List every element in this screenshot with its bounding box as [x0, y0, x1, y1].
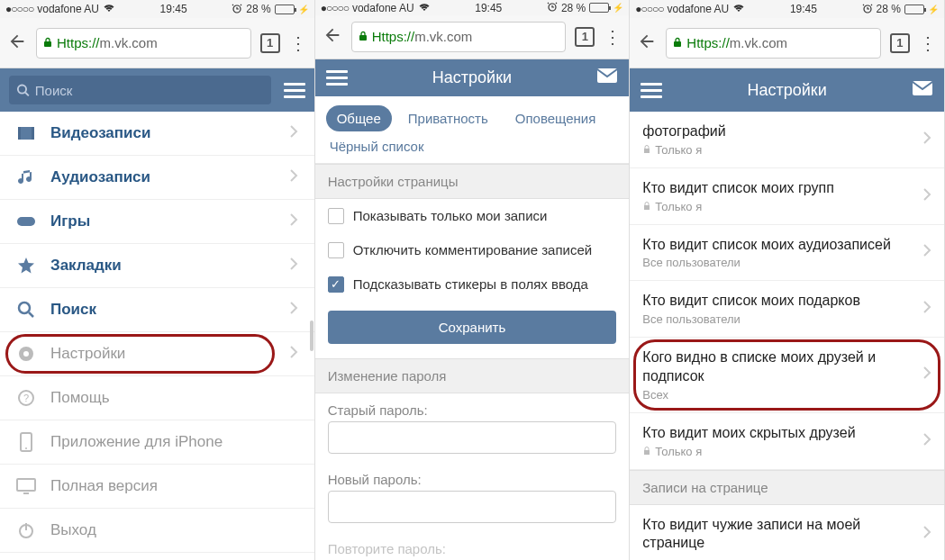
save-button[interactable]: Сохранить — [328, 311, 617, 344]
svg-text:?: ? — [23, 393, 29, 403]
carrier-label: vodafone AU — [37, 3, 99, 15]
carrier-label: vodafone AU — [668, 3, 730, 15]
charging-icon: ⚡ — [298, 5, 309, 14]
highlight-settings — [5, 334, 275, 374]
hamburger-icon[interactable] — [284, 83, 305, 98]
menu-item-video[interactable]: Видеозаписи — [0, 112, 314, 156]
url-text: Https://m.vk.com — [57, 35, 158, 50]
panel-settings: ●○○○○ vodafone AU 19:45 28 % ⚡ Https://m… — [315, 0, 631, 560]
menu-item-search[interactable]: Поиск — [0, 288, 314, 332]
battery-pct: 28 % — [561, 2, 586, 14]
page-title: Настройки — [348, 68, 597, 87]
svg-point-7 — [19, 303, 30, 313]
svg-rect-22 — [644, 149, 650, 153]
input-new-password[interactable] — [328, 491, 617, 523]
check-only-mine[interactable]: Показывать только мои записи — [315, 199, 630, 233]
charging-icon: ⚡ — [613, 3, 623, 13]
menu-item-bookmarks[interactable]: Закладки — [0, 244, 314, 288]
battery-pct: 28 % — [877, 3, 901, 15]
address-bar[interactable]: Https://m.vk.com — [351, 22, 567, 52]
menu-list: Видеозаписи Аудиозаписи Игры Закладки По… — [0, 112, 314, 560]
address-bar[interactable]: Https://m.vk.com — [666, 28, 881, 59]
chevron-right-icon — [289, 301, 298, 319]
label-repeat-password: Повторите пароль: — [315, 532, 630, 560]
tabs-button[interactable]: 1 — [575, 27, 595, 47]
search-icon — [16, 301, 36, 319]
menu-button[interactable]: ⋮ — [604, 28, 622, 46]
star-icon — [16, 257, 36, 275]
chevron-right-icon — [289, 124, 298, 142]
priv-item-hidden-friends[interactable]: Кто видит моих скрытых друзей Только я — [630, 413, 944, 470]
address-bar[interactable]: Https://m.vk.com — [36, 28, 251, 59]
browser-bar: Https://m.vk.com 1 ⋮ — [0, 18, 314, 68]
lock-icon — [42, 35, 53, 51]
menu-item-settings[interactable]: Настройки — [0, 332, 314, 376]
menu-item-iphone-app[interactable]: Приложение для iPhone — [0, 420, 314, 465]
tabs-button[interactable]: 1 — [890, 33, 910, 53]
chevron-right-icon — [922, 300, 931, 318]
browser-bar: Https://m.vk.com 1 ⋮ — [630, 18, 944, 68]
alarm-icon — [232, 3, 242, 16]
checkbox[interactable] — [328, 242, 344, 258]
help-icon: ? — [16, 389, 36, 407]
priv-item-groups[interactable]: Кто видит список моих групп Только я — [630, 168, 944, 225]
menu-item-logout[interactable]: Выход — [0, 509, 314, 553]
checkbox[interactable] — [328, 208, 344, 224]
svg-rect-20 — [674, 41, 681, 47]
back-button[interactable] — [7, 32, 27, 55]
svg-rect-23 — [644, 205, 650, 210]
menu-item-help[interactable]: ? Помощь — [0, 376, 314, 420]
gamepad-icon — [16, 214, 36, 229]
status-bar: ●○○○○ vodafone AU 19:45 28 % ⚡ — [0, 0, 314, 18]
carrier-label: vodafone AU — [352, 2, 414, 14]
svg-rect-1 — [44, 41, 51, 47]
chevron-right-icon — [922, 366, 931, 384]
menu-item-full-version[interactable]: Полная версия — [0, 465, 314, 509]
menu-button[interactable]: ⋮ — [289, 34, 307, 52]
privacy-list: фотографий Только я Кто видит список мои… — [630, 112, 944, 560]
chevron-right-icon — [289, 345, 298, 363]
hamburger-icon[interactable] — [641, 83, 662, 98]
search-input[interactable] — [9, 76, 271, 104]
tab-general[interactable]: Общее — [326, 105, 392, 131]
battery-icon — [589, 3, 609, 13]
check-disable-comments[interactable]: Отключить комментирование записей — [315, 233, 630, 267]
search-field[interactable] — [35, 83, 264, 98]
battery-pct: 28 % — [246, 3, 270, 15]
wifi-icon — [103, 3, 115, 15]
input-old-password[interactable] — [328, 421, 617, 454]
tabs-button[interactable]: 1 — [260, 33, 280, 53]
label-new-password: Новый пароль: — [315, 463, 630, 491]
battery-icon — [275, 5, 295, 14]
tab-notifications[interactable]: Оповещения — [504, 105, 607, 131]
priv-item-friends[interactable]: Кого видно в списке моих друзей и подпис… — [630, 338, 944, 413]
tab-privacy[interactable]: Приватность — [397, 105, 499, 131]
svg-rect-4 — [18, 127, 21, 140]
chevron-right-icon — [922, 187, 931, 205]
section-page-settings: Настройки страницы — [315, 164, 630, 199]
messages-icon[interactable] — [596, 68, 618, 87]
chevron-right-icon — [922, 432, 931, 450]
check-suggest-stickers[interactable]: Подсказывать стикеры в полях ввода — [315, 267, 630, 302]
priv-item-gifts[interactable]: Кто видит список моих подарков Все польз… — [630, 281, 944, 338]
hamburger-icon[interactable] — [326, 70, 348, 86]
checkbox-checked[interactable] — [328, 276, 344, 293]
svg-rect-17 — [359, 35, 367, 41]
monitor-icon — [16, 478, 36, 494]
vk-header: Настройки — [315, 59, 630, 96]
menu-item-games[interactable]: Игры — [0, 200, 314, 244]
priv-item-audio[interactable]: Кто видит список моих аудиозаписей Все п… — [630, 225, 944, 282]
menu-item-audio[interactable]: Аудиозаписи — [0, 156, 314, 200]
status-bar: ●○○○○ vodafone AU 19:45 28 % ⚡ — [315, 0, 630, 15]
back-button[interactable] — [637, 32, 657, 55]
alarm-icon — [547, 1, 558, 14]
subtab-blacklist[interactable]: Чёрный список — [326, 131, 619, 158]
chevron-right-icon — [289, 257, 298, 275]
messages-icon[interactable] — [912, 80, 933, 100]
priv-item-photos[interactable]: фотографий Только я — [630, 112, 944, 168]
back-button[interactable] — [323, 25, 342, 49]
priv-item-others-posts[interactable]: Кто видит чужие записи на моей странице — [630, 505, 944, 560]
svg-point-13 — [25, 447, 27, 449]
svg-point-9 — [23, 351, 29, 357]
menu-button[interactable]: ⋮ — [919, 34, 937, 52]
